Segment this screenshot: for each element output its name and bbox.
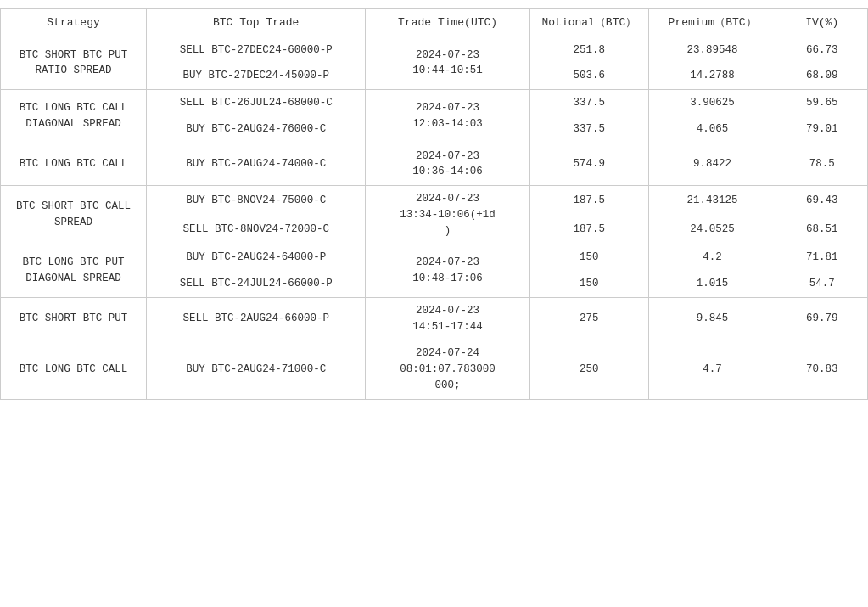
header-trade: BTC Top Trade bbox=[147, 9, 366, 37]
cell-iv: 70.83 bbox=[776, 340, 868, 399]
cell-strategy: BTC LONG BTC CALL bbox=[1, 143, 147, 186]
cell-premium: 4.2 bbox=[648, 244, 776, 271]
cell-premium: 14.2788 bbox=[648, 63, 776, 89]
cell-premium: 4.7 bbox=[648, 340, 776, 399]
cell-notional: 503.6 bbox=[529, 63, 648, 89]
table-row: BTC LONG BTC PUTDIAGONAL SPREADBUY BTC-2… bbox=[1, 244, 868, 271]
trades-table: Strategy BTC Top Trade Trade Time(UTC) N… bbox=[0, 8, 868, 400]
table-row: BTC LONG BTC CALLBUY BTC-2AUG24-74000-C2… bbox=[1, 143, 868, 186]
cell-trade: SELL BTC-24JUL24-66000-P bbox=[147, 271, 366, 297]
cell-trade: SELL BTC-8NOV24-72000-C bbox=[147, 215, 366, 244]
cell-time: 2024-07-2313:34-10:06(+1d) bbox=[366, 186, 530, 244]
header-time: Trade Time(UTC) bbox=[366, 9, 530, 37]
header-iv: IV(%) bbox=[776, 9, 868, 37]
cell-notional: 337.5 bbox=[529, 90, 648, 116]
cell-iv: 69.43 bbox=[776, 186, 868, 216]
cell-iv: 71.81 bbox=[776, 244, 868, 271]
table-row: BTC LONG BTC CALLBUY BTC-2AUG24-71000-C2… bbox=[1, 340, 868, 399]
table-row: BTC SHORT BTC CALLSPREADBUY BTC-8NOV24-7… bbox=[1, 186, 868, 216]
cell-time: 2024-07-2310:44-10:51 bbox=[366, 37, 530, 90]
main-table-container: Strategy BTC Top Trade Trade Time(UTC) N… bbox=[0, 0, 868, 408]
header-notional: Notional（BTC） bbox=[529, 9, 648, 37]
cell-iv: 69.79 bbox=[776, 297, 868, 340]
table-header-row: Strategy BTC Top Trade Trade Time(UTC) N… bbox=[1, 9, 868, 37]
cell-iv: 59.65 bbox=[776, 90, 868, 116]
cell-trade: BUY BTC-2AUG24-71000-C bbox=[147, 340, 366, 399]
cell-notional: 337.5 bbox=[529, 116, 648, 143]
cell-iv: 54.7 bbox=[776, 271, 868, 297]
cell-trade: BUY BTC-27DEC24-45000-P bbox=[147, 63, 366, 89]
cell-time: 2024-07-2408:01:07.783000000; bbox=[366, 340, 530, 399]
cell-iv: 79.01 bbox=[776, 116, 868, 143]
cell-strategy: BTC LONG BTC PUTDIAGONAL SPREAD bbox=[1, 244, 147, 298]
cell-trade: BUY BTC-2AUG24-76000-C bbox=[147, 116, 366, 143]
cell-premium: 1.015 bbox=[648, 271, 776, 297]
table-row: BTC LONG BTC CALLDIAGONAL SPREADSELL BTC… bbox=[1, 90, 868, 116]
cell-notional: 150 bbox=[529, 271, 648, 297]
cell-iv: 78.5 bbox=[776, 143, 868, 186]
cell-trade: SELL BTC-27DEC24-60000-P bbox=[147, 37, 366, 63]
cell-notional: 250 bbox=[529, 340, 648, 399]
cell-strategy: BTC SHORT BTC PUT bbox=[1, 297, 147, 340]
cell-notional: 251.8 bbox=[529, 37, 648, 63]
cell-time: 2024-07-2310:36-14:06 bbox=[366, 143, 530, 186]
cell-strategy: BTC LONG BTC CALL bbox=[1, 340, 147, 399]
cell-premium: 9.845 bbox=[648, 297, 776, 340]
cell-time: 2024-07-2314:51-17:44 bbox=[366, 297, 530, 340]
cell-trade: BUY BTC-2AUG24-64000-P bbox=[147, 244, 366, 271]
header-premium: Premium（BTC） bbox=[648, 9, 776, 37]
cell-strategy: BTC LONG BTC CALLDIAGONAL SPREAD bbox=[1, 90, 147, 143]
cell-iv: 66.73 bbox=[776, 37, 868, 63]
cell-trade: SELL BTC-2AUG24-66000-P bbox=[147, 297, 366, 340]
cell-time: 2024-07-2312:03-14:03 bbox=[366, 90, 530, 143]
cell-premium: 9.8422 bbox=[648, 143, 776, 186]
cell-notional: 150 bbox=[529, 244, 648, 271]
cell-trade: SELL BTC-26JUL24-68000-C bbox=[147, 90, 366, 116]
cell-notional: 275 bbox=[529, 297, 648, 340]
cell-trade: BUY BTC-8NOV24-75000-C bbox=[147, 186, 366, 216]
cell-premium: 3.90625 bbox=[648, 90, 776, 116]
cell-time: 2024-07-2310:48-17:06 bbox=[366, 244, 530, 298]
cell-premium: 4.065 bbox=[648, 116, 776, 143]
header-strategy: Strategy bbox=[1, 9, 147, 37]
cell-notional: 187.5 bbox=[529, 215, 648, 244]
cell-trade: BUY BTC-2AUG24-74000-C bbox=[147, 143, 366, 186]
table-row: BTC SHORT BTC PUTRATIO SPREADSELL BTC-27… bbox=[1, 37, 868, 63]
cell-notional: 187.5 bbox=[529, 186, 648, 216]
cell-premium: 24.0525 bbox=[648, 215, 776, 244]
cell-notional: 574.9 bbox=[529, 143, 648, 186]
cell-iv: 68.51 bbox=[776, 215, 868, 244]
cell-premium: 21.43125 bbox=[648, 186, 776, 216]
cell-premium: 23.89548 bbox=[648, 37, 776, 63]
cell-strategy: BTC SHORT BTC PUTRATIO SPREAD bbox=[1, 37, 147, 90]
cell-strategy: BTC SHORT BTC CALLSPREAD bbox=[1, 186, 147, 244]
table-row: BTC SHORT BTC PUTSELL BTC-2AUG24-66000-P… bbox=[1, 297, 868, 340]
cell-iv: 68.09 bbox=[776, 63, 868, 89]
